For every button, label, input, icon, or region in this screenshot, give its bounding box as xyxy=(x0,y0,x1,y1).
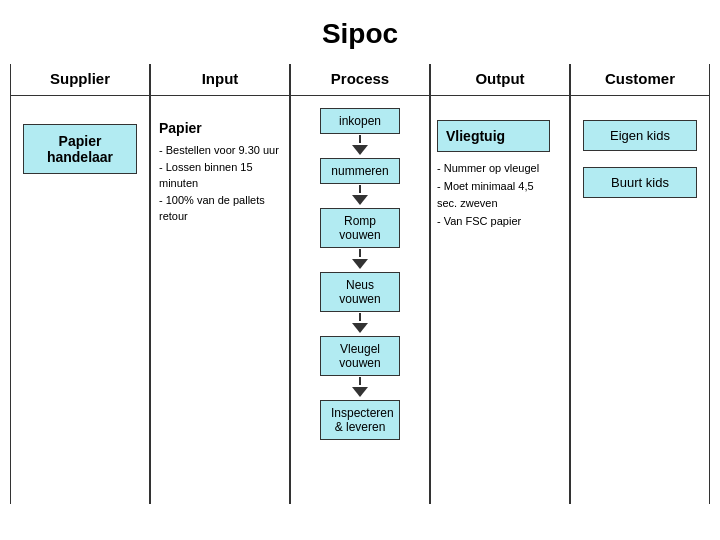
supplier-header: Supplier xyxy=(11,64,149,96)
sipoc-table: Supplier Papier handelaar Input Papier -… xyxy=(10,64,710,504)
arrow-3 xyxy=(352,313,368,335)
output-details: - Nummer op vleugel - Moet minimaal 4,5 … xyxy=(437,160,550,230)
process-step-3: Neus vouwen xyxy=(320,272,400,312)
process-step-0: inkopen xyxy=(320,108,400,134)
customer-box-0: Eigen kids xyxy=(583,120,696,151)
output-column: Output Vliegtuig - Nummer op vleugel - M… xyxy=(430,64,570,504)
arrow-1 xyxy=(352,185,368,207)
process-step-1: nummeren xyxy=(320,158,400,184)
output-header: Output xyxy=(431,64,569,96)
output-detail-2: - Van FSC papier xyxy=(437,213,550,231)
arrow-2 xyxy=(352,249,368,271)
supplier-column: Supplier Papier handelaar xyxy=(10,64,150,504)
output-detail-0: - Nummer op vleugel xyxy=(437,160,550,178)
process-flow: inkopen nummeren Romp vouwen Neus vouwen xyxy=(297,104,423,440)
customer-box-1: Buurt kids xyxy=(583,167,696,198)
page-title: Sipoc xyxy=(0,0,720,64)
process-header: Process xyxy=(291,64,429,96)
process-column: Process inkopen nummeren Romp vouwen xyxy=(290,64,430,504)
input-title: Papier xyxy=(159,120,202,136)
process-step-5: Inspecteren & leveren xyxy=(320,400,400,440)
process-step-2: Romp vouwen xyxy=(320,208,400,248)
input-detail-2: - Lossen binnen 15 minuten xyxy=(159,159,283,192)
output-detail-1: - Moet minimaal 4,5 sec. zweven xyxy=(437,178,550,213)
input-detail-3: - 100% van de pallets retour xyxy=(159,192,283,225)
process-step-4: Vleugel vouwen xyxy=(320,336,400,376)
output-box: Vliegtuig xyxy=(437,120,550,152)
arrow-4 xyxy=(352,377,368,399)
arrow-0 xyxy=(352,135,368,157)
supplier-box: Papier handelaar xyxy=(23,124,136,174)
customer-column: Customer Eigen kids Buurt kids xyxy=(570,64,710,504)
input-detail-1: - Bestellen voor 9.30 uur xyxy=(159,142,283,159)
input-header: Input xyxy=(151,64,289,96)
input-details: - Bestellen voor 9.30 uur - Lossen binne… xyxy=(159,142,283,225)
customer-header: Customer xyxy=(571,64,709,96)
input-column: Input Papier - Bestellen voor 9.30 uur -… xyxy=(150,64,290,504)
